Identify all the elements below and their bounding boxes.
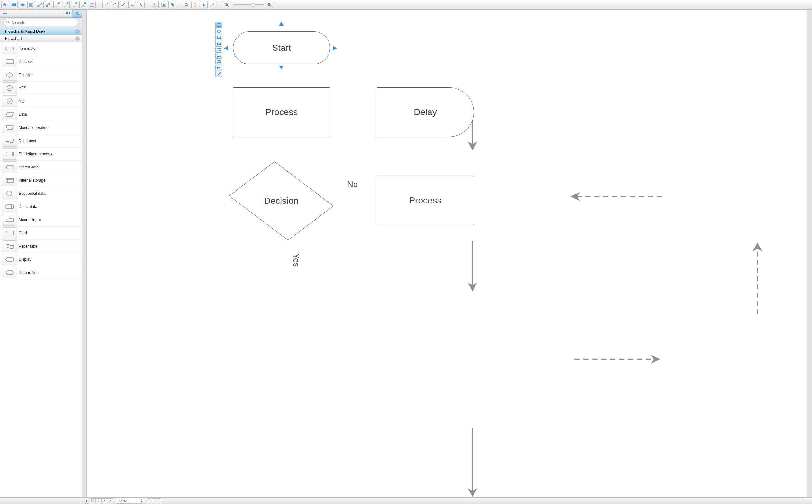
qp-document[interactable] [215, 46, 222, 53]
sel-handle-bottom[interactable] [279, 66, 284, 69]
tool-group-3[interactable] [168, 1, 176, 8]
svg-point-7 [41, 3, 42, 4]
svg-line-37 [78, 14, 79, 15]
tool-connector-6[interactable] [79, 1, 87, 8]
svg-rect-6 [38, 6, 39, 7]
display-icon [2, 254, 17, 265]
tool-group-1[interactable] [151, 1, 159, 8]
zoom-slider[interactable] [233, 4, 264, 5]
shape-card[interactable]: Card [0, 227, 82, 240]
shape-stored-data[interactable]: Stored data [0, 161, 82, 174]
sel-handle-top[interactable] [279, 22, 284, 26]
shape-yes[interactable]: YESYES [0, 82, 82, 95]
zoom-value-field[interactable]: 200% ▲▼ [116, 498, 145, 504]
node-process-1[interactable]: Process [233, 87, 330, 137]
zoom-out-btn[interactable] [223, 1, 230, 8]
shape-decision[interactable]: Decision [0, 68, 82, 82]
node-process-2[interactable]: Process [377, 176, 474, 225]
svg-rect-62 [217, 54, 221, 56]
shape-internal-storage[interactable]: Internal storage [0, 174, 82, 187]
shape-no[interactable]: NONO [0, 95, 82, 108]
drawing-canvas[interactable]: Start Process Delay Process Decision No … [87, 10, 807, 497]
qp-decision[interactable] [215, 28, 222, 34]
data-icon [2, 109, 17, 120]
search-icon [6, 20, 10, 24]
svg-line-39 [8, 23, 9, 24]
page-prev-btn[interactable] [95, 498, 101, 503]
tool-pointer[interactable] [1, 1, 9, 8]
svg-point-54 [11, 205, 13, 209]
lib-title-rapid: Flowcharts Rapid Draw [5, 29, 45, 34]
qp-callout[interactable] [215, 52, 222, 59]
qp-manualop[interactable] [215, 40, 222, 47]
lib-header-rapid-draw[interactable]: Flowcharts Rapid Draw ✕ [0, 28, 82, 35]
qp-data[interactable] [215, 34, 222, 41]
internal-icon [2, 175, 17, 186]
tool-stamp[interactable] [200, 1, 208, 8]
view-mode-tabs[interactable] [147, 498, 161, 503]
svg-point-9 [49, 3, 50, 4]
tool-line-bi[interactable] [128, 1, 136, 8]
sel-handle-right[interactable] [333, 46, 337, 50]
shape-process[interactable]: Process [0, 55, 82, 68]
tool-connector-3[interactable] [53, 1, 61, 8]
tool-rect[interactable] [10, 1, 18, 8]
node-start[interactable]: Start [233, 31, 330, 64]
close-lib-icon[interactable]: ✕ [75, 29, 80, 34]
close-lib-icon[interactable]: ✕ [75, 36, 80, 41]
tool-arrows-multi[interactable] [137, 1, 145, 8]
page-next-btn[interactable] [101, 498, 107, 503]
edge-label-yes: Yes [291, 253, 301, 267]
predef-icon [2, 148, 17, 160]
tool-group-2[interactable] [160, 1, 167, 8]
node-delay[interactable]: Delay [377, 87, 474, 137]
shape-display[interactable]: Display [0, 253, 82, 266]
grid-view-btn[interactable] [63, 10, 72, 17]
search-tab[interactable] [72, 9, 82, 18]
svg-line-22 [187, 5, 188, 7]
sel-handle-left[interactable] [224, 46, 228, 50]
tool-line-arrow[interactable] [120, 1, 127, 8]
shape-terminator[interactable]: Terminator [0, 42, 82, 55]
shape-data[interactable]: Data [0, 108, 82, 121]
page-last-btn[interactable] [107, 498, 113, 503]
tree-view-btn[interactable] [0, 10, 10, 17]
svg-rect-30 [66, 12, 67, 13]
manualin-icon [2, 214, 17, 226]
svg-point-36 [76, 12, 78, 14]
shape-paper-tape[interactable]: Paper tape [0, 240, 82, 253]
tool-line-1[interactable] [102, 1, 110, 8]
tool-connector-4[interactable] [62, 1, 70, 8]
qp-process[interactable] [215, 22, 222, 28]
search-input[interactable] [3, 19, 78, 26]
tool-connector-1[interactable] [36, 1, 44, 8]
page-first-btn[interactable] [90, 498, 95, 503]
status-handle[interactable]: ▮ [85, 498, 88, 504]
tool-curve[interactable] [111, 1, 119, 8]
tool-text[interactable] [27, 1, 35, 8]
tool-connector-5[interactable] [71, 1, 78, 8]
shape-manual-operation[interactable]: Manual operation [0, 121, 82, 134]
tool-ellipse[interactable] [19, 1, 26, 8]
shape-document[interactable]: Document [0, 134, 82, 148]
shape-preparation[interactable]: Preparation [0, 266, 82, 279]
svg-rect-13 [84, 3, 86, 4]
svg-rect-11 [67, 3, 68, 4]
zoom-in-btn[interactable] [266, 1, 273, 8]
node-decision[interactable]: Decision [230, 162, 333, 240]
shape-predefined-process[interactable]: Predefined process [0, 148, 82, 161]
shape-sequential-data[interactable]: Sequential data [0, 187, 82, 200]
stepper-icon[interactable]: ▲▼ [140, 499, 143, 503]
lib-header-flowchart[interactable]: Flowchart ✕ [0, 35, 82, 42]
shape-manual-input[interactable]: Manual input [0, 213, 82, 227]
qp-orth-connector[interactable] [215, 65, 222, 71]
tool-connector-7[interactable] [88, 1, 96, 8]
shape-direct-data[interactable]: Direct data [0, 200, 82, 213]
tool-zoom[interactable] [183, 1, 190, 8]
tool-pan-hand[interactable] [191, 1, 199, 8]
tool-connector-2[interactable] [45, 1, 52, 8]
qp-line-connector[interactable] [215, 71, 222, 77]
qp-terminator[interactable] [215, 59, 222, 65]
tool-pencil[interactable] [209, 1, 216, 8]
preparation-icon [2, 267, 17, 278]
